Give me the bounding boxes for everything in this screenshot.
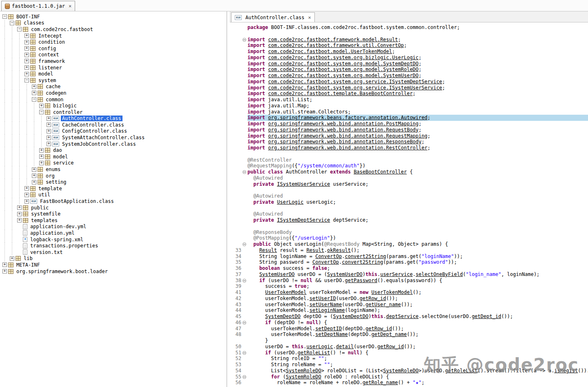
tree-item-label[interactable]: public <box>30 205 50 211</box>
expand-icon[interactable]: + <box>24 186 29 191</box>
expand-icon[interactable]: + <box>24 65 29 70</box>
code-link[interactable]: com.code2roc.fastboot.model.UserTokenMod… <box>268 49 392 54</box>
tree-item-label[interactable]: condition <box>37 39 66 45</box>
code-link[interactable]: getRow_id <box>360 296 386 301</box>
code-link[interactable]: org.springframework.web.bind.annotation.… <box>268 139 422 145</box>
tree-item[interactable]: +public <box>2 205 227 211</box>
tree-item-label[interactable]: application-dev.yml <box>29 224 87 229</box>
expand-icon[interactable]: + <box>17 212 22 216</box>
code-link[interactable]: org.springframework.web.bind.annotation.… <box>268 133 428 139</box>
expand-icon[interactable]: + <box>24 40 29 44</box>
code-link[interactable]: com.code2roc.fastboot.template.BaseBootC… <box>268 91 413 96</box>
code-link[interactable]: BaseBootController <box>354 169 407 175</box>
tree-item[interactable]: +service <box>2 160 227 167</box>
tree-item-label[interactable]: com.code2roc.fastboot <box>30 27 94 32</box>
tree-item-label[interactable]: SystemJobController.class <box>61 141 137 147</box>
tree-item-label[interactable]: common <box>45 97 65 102</box>
tree-item[interactable]: +context <box>2 52 227 58</box>
tree-item-label[interactable]: META-INF <box>15 262 41 268</box>
tree-item[interactable]: +framework <box>2 58 227 64</box>
code-link[interactable]: getRow_id <box>377 344 404 349</box>
code-link[interactable]: SystemRoleDO <box>383 368 419 374</box>
splitter[interactable] <box>227 11 230 387</box>
code-link[interactable]: getDept_name <box>371 331 407 337</box>
fold-collapse-icon[interactable] <box>243 321 246 325</box>
expand-icon[interactable]: + <box>24 199 29 204</box>
code-link[interactable]: getRoleList <box>445 368 477 374</box>
expand-icon[interactable]: + <box>32 91 36 95</box>
code-link[interactable]: com.code2roc.fastboot.framework.model.Re… <box>268 37 398 42</box>
tree-item[interactable]: +dao <box>2 147 227 153</box>
expand-icon[interactable]: + <box>39 161 44 165</box>
tree-item[interactable]: −system <box>2 77 227 84</box>
tree-item[interactable]: +cache <box>2 84 227 90</box>
code-link[interactable]: SystemRoleDO <box>286 374 321 380</box>
tree-item[interactable]: Xlogback-spring.xml <box>2 236 227 243</box>
tree-item-label[interactable]: transactions.properties <box>29 243 99 249</box>
code-link[interactable]: UserTokenModel <box>265 289 306 295</box>
expand-icon[interactable]: + <box>24 33 29 38</box>
collapse-icon[interactable]: − <box>39 110 44 114</box>
code-link[interactable]: com.code2roc.fastboot.system.org.service… <box>268 79 442 85</box>
tree-item[interactable]: +templates <box>2 217 227 224</box>
tree-item[interactable]: +org <box>2 173 227 179</box>
tree-item-label[interactable]: listener <box>37 65 63 71</box>
tree-item[interactable]: +META-INF <box>2 262 227 268</box>
expand-icon[interactable]: + <box>10 256 14 261</box>
expand-icon[interactable]: + <box>47 116 51 121</box>
fold-collapse-icon[interactable] <box>243 351 246 355</box>
code-link[interactable]: getPassword <box>345 278 377 283</box>
expand-icon[interactable]: + <box>24 59 29 63</box>
code-link[interactable]: com.code2roc.fastboot.system.org.model.S… <box>268 61 419 67</box>
tree-item[interactable]: +listener <box>2 64 227 71</box>
tree-item[interactable]: +model <box>2 71 227 77</box>
tree-item-label[interactable]: systemfile <box>30 211 62 217</box>
tree-item-label[interactable]: cache <box>45 84 62 89</box>
expand-icon[interactable]: + <box>2 269 7 274</box>
expand-icon[interactable]: + <box>24 193 29 197</box>
tree-item[interactable]: transactions.properties <box>2 242 227 249</box>
tree-item-label[interactable]: model <box>37 71 54 77</box>
tree-item[interactable]: +enums <box>2 166 227 173</box>
tree-item[interactable]: +010AuthController.class <box>2 116 227 122</box>
expand-icon[interactable]: + <box>32 180 36 185</box>
tree-item-label[interactable]: config <box>37 46 57 51</box>
tree-item[interactable]: +codegen <box>2 90 227 96</box>
code-link[interactable]: getUser_name <box>365 302 401 307</box>
code-link[interactable]: okResult <box>327 247 351 253</box>
tree-item[interactable]: −common <box>2 96 227 103</box>
tree-item[interactable]: +010FastBootApplication.class <box>2 198 227 205</box>
code-link[interactable]: org.springframework.web.bind.annotation.… <box>268 121 419 127</box>
code-link[interactable]: SystemUserDO <box>259 271 295 277</box>
expand-icon[interactable]: + <box>47 142 51 146</box>
collapse-icon[interactable]: − <box>2 14 7 19</box>
expand-icon[interactable]: + <box>32 167 36 172</box>
expand-icon[interactable]: + <box>39 154 44 159</box>
expand-icon[interactable]: + <box>47 129 51 133</box>
fold-collapse-icon[interactable] <box>243 279 246 282</box>
tree-item-label[interactable]: lib <box>22 256 34 261</box>
fold-collapse-icon[interactable] <box>243 242 246 246</box>
tree-item[interactable]: +template <box>2 185 227 192</box>
code-link[interactable]: setDeptName <box>315 331 347 337</box>
expand-icon[interactable]: + <box>24 72 29 76</box>
tree-item-label[interactable]: org <box>45 173 56 179</box>
tree-item-label[interactable]: CacheController.class <box>61 122 125 128</box>
expand-icon[interactable]: + <box>32 173 36 178</box>
code-link[interactable]: com.code2roc.fastboot.system.org.bizlogi… <box>268 55 419 60</box>
code-link[interactable]: com.code2roc.fastboot.system.org.model.S… <box>268 73 419 78</box>
code-link[interactable]: setLoginName <box>310 307 345 313</box>
tree-item[interactable]: application.yml <box>2 230 227 236</box>
code-link[interactable]: SystemUserDO <box>327 271 363 277</box>
code-link[interactable]: com.code2roc.fastboot.system.org.model.S… <box>268 67 419 72</box>
tree-item-label[interactable]: system <box>37 78 57 83</box>
tree-item-label[interactable]: util <box>37 192 51 198</box>
tree-item[interactable]: +util <box>2 192 227 198</box>
tree-item[interactable]: +config <box>2 45 227 52</box>
code-link[interactable]: getDept_id <box>472 314 501 319</box>
tree-item[interactable]: −BOOT-INF <box>2 13 227 20</box>
code-link[interactable]: SystemDeptDO <box>265 314 301 319</box>
tree-item[interactable]: −classes <box>2 20 227 27</box>
code-link[interactable]: com.code2roc.fastboot.framework.util.Con… <box>268 42 404 48</box>
fold-collapse-icon[interactable] <box>243 38 246 42</box>
